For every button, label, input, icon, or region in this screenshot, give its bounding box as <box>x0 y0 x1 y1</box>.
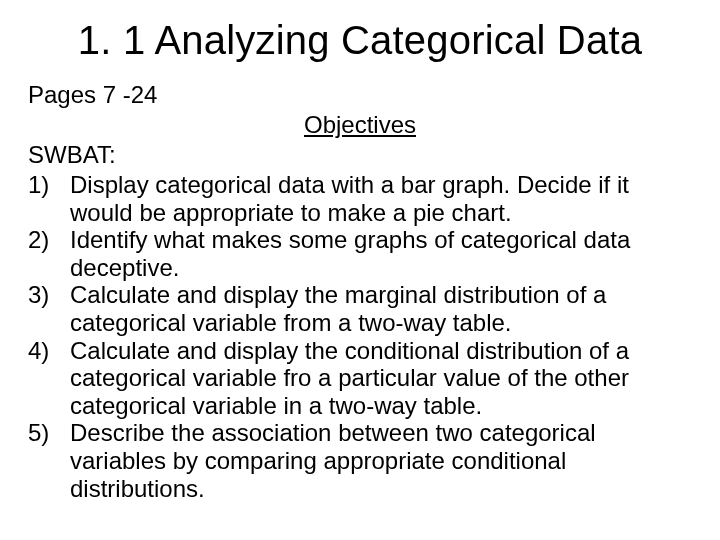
list-item: Identify what makes some graphs of categ… <box>28 226 692 281</box>
list-item: Calculate and display the conditional di… <box>28 337 692 420</box>
objectives-list: Display categorical data with a bar grap… <box>28 171 692 502</box>
list-item: Display categorical data with a bar grap… <box>28 171 692 226</box>
objectives-heading: Objectives <box>28 111 692 139</box>
swbat-label: SWBAT: <box>28 141 692 169</box>
list-item: Describe the association between two cat… <box>28 419 692 502</box>
list-item: Calculate and display the marginal distr… <box>28 281 692 336</box>
slide-title: 1. 1 Analyzing Categorical Data <box>28 18 692 63</box>
pages-range: Pages 7 -24 <box>28 81 692 109</box>
